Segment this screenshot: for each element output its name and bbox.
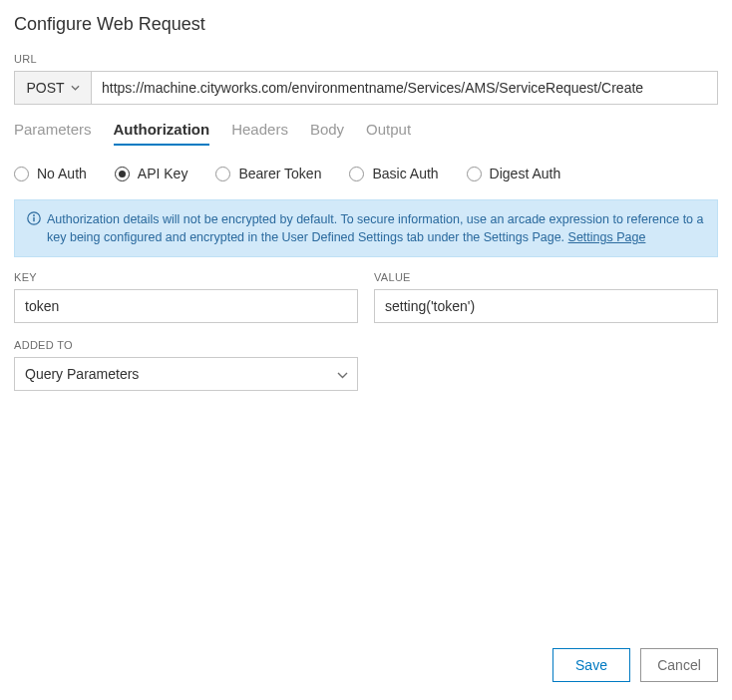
radio-label: Basic Auth <box>372 166 438 181</box>
auth-type-radios: No Auth API Key Bearer Token Basic Auth … <box>14 166 718 181</box>
tab-body[interactable]: Body <box>310 121 344 146</box>
svg-point-1 <box>33 214 35 216</box>
url-label: URL <box>14 53 718 65</box>
radio-label: Bearer Token <box>238 166 321 181</box>
cancel-button[interactable]: Cancel <box>640 648 718 682</box>
settings-page-link[interactable]: Settings Page <box>568 230 646 244</box>
radio-icon <box>14 167 29 181</box>
tab-output[interactable]: Output <box>366 121 411 146</box>
info-icon <box>27 211 41 225</box>
radio-basic-auth[interactable]: Basic Auth <box>349 166 438 181</box>
radio-no-auth[interactable]: No Auth <box>14 166 87 181</box>
value-label: VALUE <box>374 271 718 283</box>
chevron-down-icon <box>71 84 80 93</box>
url-row: POST <box>14 71 718 105</box>
svg-rect-2 <box>33 217 34 221</box>
info-text: Authorization details will not be encryp… <box>47 210 705 246</box>
radio-bearer-token[interactable]: Bearer Token <box>215 166 321 181</box>
radio-label: Digest Auth <box>490 166 561 181</box>
url-input[interactable] <box>92 71 718 105</box>
save-button[interactable]: Save <box>552 648 630 682</box>
key-label: KEY <box>14 271 358 283</box>
radio-api-key[interactable]: API Key <box>115 166 188 181</box>
added-to-label: ADDED TO <box>14 339 358 351</box>
http-method-select[interactable]: POST <box>14 71 92 105</box>
radio-digest-auth[interactable]: Digest Auth <box>467 166 561 181</box>
added-to-select[interactable]: Query Parameters <box>14 357 358 391</box>
radio-icon <box>215 167 230 181</box>
http-method-value: POST <box>26 80 64 96</box>
key-input[interactable] <box>14 289 358 323</box>
value-input[interactable] <box>374 289 718 323</box>
added-to-value: Query Parameters <box>25 366 139 382</box>
tab-authorization[interactable]: Authorization <box>114 121 210 146</box>
tab-parameters[interactable]: Parameters <box>14 121 92 146</box>
radio-icon <box>349 167 364 181</box>
footer-buttons: Save Cancel <box>552 648 718 682</box>
radio-icon <box>467 167 482 181</box>
tab-headers[interactable]: Headers <box>231 121 288 146</box>
page-title: Configure Web Request <box>14 14 718 35</box>
info-banner: Authorization details will not be encryp… <box>14 199 718 257</box>
radio-icon <box>115 167 130 181</box>
radio-label: API Key <box>138 166 188 181</box>
tabs: Parameters Authorization Headers Body Ou… <box>14 121 718 146</box>
radio-label: No Auth <box>37 166 87 181</box>
